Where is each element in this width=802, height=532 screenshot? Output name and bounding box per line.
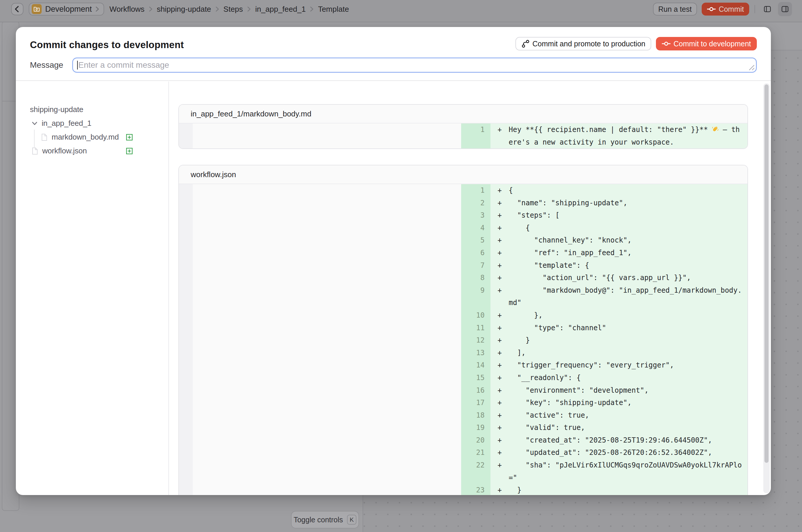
commit-icon <box>707 5 716 14</box>
diff-plus-sign: + <box>498 334 507 347</box>
waving-hand-emoji <box>712 126 719 133</box>
diff-plus-sign: + <box>498 421 507 434</box>
diff-line-number: 16 <box>461 384 490 397</box>
chevron-left-icon <box>13 5 21 13</box>
breadcrumb-separator-icon <box>247 6 251 12</box>
resize-handle-icon[interactable] <box>748 64 755 71</box>
environment-icon <box>32 4 42 14</box>
toggle-controls-button[interactable]: Toggle controls K <box>291 511 359 529</box>
tree-item-markdown-file[interactable]: markdown_body.md <box>16 130 168 144</box>
diff-plus-sign: + <box>498 347 507 359</box>
commit-icon <box>662 39 671 48</box>
breadcrumb-item[interactable]: Template <box>318 5 349 14</box>
diff-line-number: 11 <box>461 322 490 334</box>
diff-line-number: 18 <box>461 409 490 422</box>
diff-line-text: "active": true, <box>509 409 743 422</box>
tree-item-folder[interactable]: in_app_feed_1 <box>16 116 168 130</box>
commit-to-development-button[interactable]: Commit to development <box>656 37 757 51</box>
diff-plus-sign: + <box>498 309 507 322</box>
message-label: Message <box>30 60 72 70</box>
breadcrumb: Workflowsshipping-updateStepsin_app_feed… <box>109 5 349 14</box>
breadcrumb-item[interactable]: shipping-update <box>157 5 211 14</box>
workflow-canvas <box>771 50 802 532</box>
diff-plus-sign: + <box>498 271 507 284</box>
diff-line: 6+ "ref": "in_app_feed_1", <box>179 247 747 259</box>
diff-line: 1+{ <box>179 184 747 197</box>
diff-line-text: "key": "shipping-update", <box>509 397 743 409</box>
environment-switcher[interactable]: Development <box>29 3 104 16</box>
diff-plus-sign: + <box>498 446 507 459</box>
diff-file-name: in_app_feed_1/markdown_body.md <box>179 105 747 124</box>
diff-line-number: 17 <box>461 397 490 409</box>
toggle-right-panel-button[interactable] <box>778 2 792 16</box>
back-button[interactable] <box>11 3 23 15</box>
diff-line-number: 15 <box>461 372 490 384</box>
diff-line: 18+ "active": true, <box>179 409 747 422</box>
diff-plus-sign: + <box>498 197 507 209</box>
panel-right-icon <box>781 5 789 13</box>
diff-plus-sign: + <box>498 384 507 397</box>
commit-promote-button[interactable]: Commit and promote to production <box>516 37 651 51</box>
diff-added-icon <box>126 148 133 154</box>
breadcrumb-item[interactable]: Steps <box>224 5 243 14</box>
diff-line-number: 12 <box>461 334 490 347</box>
scrollbar-thumb[interactable] <box>764 84 768 463</box>
file-icon <box>41 133 48 141</box>
toggle-controls-label: Toggle controls <box>294 516 343 524</box>
diff-plus-sign: + <box>498 184 507 197</box>
run-test-button[interactable]: Run a test <box>653 3 697 16</box>
text-caret <box>77 61 78 70</box>
breadcrumb-item[interactable]: in_app_feed_1 <box>255 5 306 14</box>
diff-line-text: { <box>509 222 743 234</box>
diff-line-number: 13 <box>461 347 490 359</box>
changed-files-sidebar: shipping-update in_app_feed_1 markdown_b… <box>16 81 169 495</box>
diff-line-text: Hey **{{ recipient.name | default: "ther… <box>509 124 743 148</box>
breadcrumb-item[interactable]: Workflows <box>109 5 144 14</box>
chevron-down-icon <box>32 120 38 127</box>
diff-line: 17+ "key": "shipping-update", <box>179 397 747 409</box>
diff-line: 10+ }, <box>179 309 747 322</box>
diff-line-text: "updated_at": "2025-08-26T20:26:52.36400… <box>509 446 743 459</box>
diff-line-text: "created_at": "2025-08-25T19:29:46.64450… <box>509 434 743 446</box>
commit-modal: Commit changes to development Commit and… <box>16 27 771 495</box>
diff-line: 4+ { <box>179 222 747 234</box>
diff-line: 5+ "channel_key": "knock", <box>179 234 747 247</box>
breadcrumb-separator-icon <box>310 6 314 12</box>
diff-line-number: 22 <box>461 459 490 484</box>
promote-icon <box>521 40 529 48</box>
diff-line: 2+ "name": "shipping-update", <box>179 197 747 209</box>
diff-line-text: "__readonly": { <box>509 372 743 384</box>
diff-line-number: 10 <box>461 309 490 322</box>
diff-plus-sign: + <box>498 434 507 446</box>
diff-line-number: 7 <box>461 259 490 272</box>
diff-line: 7+ "template": { <box>179 259 747 272</box>
diff-line-number: 9 <box>461 284 490 309</box>
diff-line-text: "environment": "development", <box>509 384 743 397</box>
diff-line-number: 23 <box>461 484 490 495</box>
diff-plus-sign: + <box>498 359 507 372</box>
diff-line-text: "markdown_body@": "in_app_feed_1/markdow… <box>509 284 743 309</box>
diff-line-text: "trigger_frequency": "every_trigger", <box>509 359 743 372</box>
diff-line-number: 2 <box>461 197 490 209</box>
commit-button[interactable]: Commit <box>702 3 749 16</box>
tree-folder-label: in_app_feed_1 <box>42 119 91 128</box>
environment-label: Development <box>45 5 92 14</box>
diff-line: 15+ "__readonly": { <box>179 372 747 384</box>
commit-message-input[interactable]: Enter a commit message <box>72 57 757 73</box>
diff-plus-sign: + <box>498 484 507 495</box>
diff-line: 3+ "steps": [ <box>179 209 747 222</box>
tree-item-workflow-file[interactable]: workflow.json <box>16 144 168 158</box>
toggle-left-panel-button[interactable] <box>760 2 775 16</box>
diff-line-text: } <box>509 334 743 347</box>
diff-line-number: 6 <box>461 247 490 259</box>
diff-line: 21+ "updated_at": "2025-08-26T20:26:52.3… <box>179 446 747 459</box>
diff-line: 12+ } <box>179 334 747 347</box>
tree-root-label: shipping-update <box>16 105 83 114</box>
tree-item-workflow-root[interactable]: shipping-update <box>16 103 168 116</box>
diff-line-number: 20 <box>461 434 490 446</box>
diff-line: 19+ "valid": true, <box>179 421 747 434</box>
breadcrumb-separator-icon <box>149 6 153 12</box>
diff-plus-sign: + <box>498 409 507 422</box>
diff-plus-sign: + <box>498 372 507 384</box>
file-icon <box>32 147 38 155</box>
